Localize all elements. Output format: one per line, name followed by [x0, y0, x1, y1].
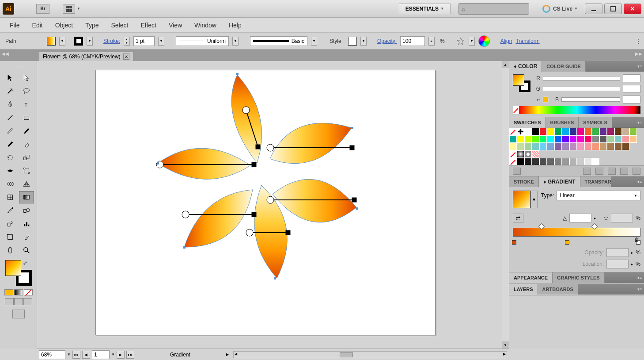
swatch[interactable] [607, 128, 614, 135]
swatch[interactable] [607, 143, 614, 150]
tab-brushes[interactable]: BRUSHES [546, 117, 579, 128]
status-tool-name[interactable]: Gradient [136, 352, 224, 358]
stroke-dropdown[interactable]: ▾ [87, 37, 93, 46]
width-tool[interactable] [3, 165, 18, 177]
swatch[interactable] [614, 143, 622, 150]
tab-stroke[interactable]: STROKE [509, 176, 539, 187]
swatch[interactable] [509, 143, 517, 150]
menu-select[interactable]: Select [105, 19, 135, 31]
swatch[interactable] [584, 128, 592, 135]
tab-artboards[interactable]: ARTBOARDS [538, 284, 578, 295]
opacity-panel-link[interactable]: Opacity: [377, 38, 397, 44]
tab-transparency[interactable]: TRANSPARENCY [580, 176, 611, 187]
tab-symbols[interactable]: SYMBOLS [579, 117, 612, 128]
scroll-right-button[interactable]: ▶ [503, 352, 506, 356]
swatch[interactable] [547, 158, 554, 165]
opacity-dropdown[interactable]: ▸ [428, 37, 435, 46]
draw-inside[interactable] [23, 298, 32, 305]
fill-color[interactable] [5, 260, 21, 276]
eyedropper-tool[interactable] [3, 204, 18, 217]
control-bar-menu[interactable]: ⋯ [635, 39, 641, 43]
bridge-button[interactable]: Br [36, 4, 49, 14]
swatch-none[interactable] [509, 158, 517, 165]
swatch[interactable] [524, 143, 532, 150]
pen-tool[interactable] [3, 98, 18, 111]
slice-tool[interactable] [19, 231, 34, 243]
swatch[interactable] [547, 135, 554, 143]
swatch[interactable] [554, 128, 562, 135]
swatch[interactable] [577, 143, 584, 150]
direct-selection-tool[interactable] [19, 72, 34, 84]
blob-brush-tool[interactable] [3, 138, 18, 150]
swatch[interactable] [554, 135, 562, 143]
r-input[interactable] [623, 74, 640, 82]
swatch[interactable] [569, 128, 577, 135]
none-swatch[interactable] [513, 106, 519, 114]
type-tool[interactable]: T [19, 98, 34, 111]
stroke-stepper[interactable]: ▴▾ [124, 37, 130, 46]
last-color-swatch[interactable] [543, 97, 548, 102]
zoom-input[interactable]: 68% [39, 350, 65, 359]
transform-panel-link[interactable]: Transform [515, 38, 539, 44]
scroll-left-button[interactable]: ◀ [235, 352, 237, 356]
swatch[interactable] [539, 158, 547, 165]
stroke-weight-dropdown[interactable]: ▾ [158, 37, 164, 46]
menu-type[interactable]: Type [79, 19, 105, 31]
swatch[interactable] [569, 158, 577, 165]
profile-dropdown-arrow[interactable]: ▾ [232, 37, 239, 46]
swatch[interactable] [554, 143, 562, 150]
delete-stop-button[interactable]: 🗑 [634, 237, 641, 244]
document-tab[interactable]: Flower* @ 68% (CMYK/Preview) ✕ [39, 52, 133, 61]
panel-menu-button[interactable]: ▾≡ [635, 284, 644, 295]
arrange-documents-button[interactable] [63, 4, 75, 14]
swatch[interactable] [584, 135, 592, 143]
menu-effect[interactable]: Effect [134, 19, 163, 31]
scroll-up-button[interactable]: ▲ [502, 61, 509, 68]
swatch[interactable] [569, 143, 577, 150]
swatch-options-button[interactable] [595, 168, 603, 175]
swatch[interactable] [554, 158, 562, 165]
symbol-sprayer-tool[interactable] [3, 218, 18, 230]
opacity-input[interactable]: 100 [400, 36, 425, 46]
swatch[interactable] [577, 128, 584, 135]
swatch[interactable] [629, 128, 637, 135]
line-tool[interactable] [3, 111, 18, 124]
swatch[interactable] [562, 135, 569, 143]
swatch[interactable] [532, 128, 539, 135]
tab-layers[interactable]: LAYERS [509, 284, 538, 295]
free-transform-tool[interactable] [19, 165, 34, 177]
horizontal-scrollbar[interactable]: ◀ ▶ [233, 351, 507, 358]
swatch[interactable] [599, 143, 607, 150]
menu-help[interactable]: Help [223, 19, 248, 31]
last-artboard-button[interactable]: ⏭ [126, 351, 134, 359]
swatch[interactable] [592, 135, 599, 143]
tab-graphic-styles[interactable]: GRAPHIC STYLES [553, 272, 605, 283]
swatch[interactable] [592, 128, 599, 135]
panel-menu-button[interactable]: ▾≡ [635, 117, 644, 128]
stroke-weight-input[interactable]: 1 pt [133, 36, 155, 46]
tab-color-guide[interactable]: COLOR GUIDE [542, 61, 586, 72]
search-input[interactable]: ⌕ [458, 3, 529, 15]
b-input[interactable] [623, 96, 640, 103]
hand-tool[interactable] [3, 244, 18, 257]
swatch[interactable] [532, 158, 539, 165]
canvas-area[interactable]: ▲ ▼ [37, 61, 509, 349]
perspective-grid-tool[interactable] [19, 178, 34, 190]
swatch[interactable] [539, 135, 547, 143]
show-kinds-button[interactable] [583, 168, 591, 175]
blend-tool[interactable] [19, 204, 34, 217]
magic-wand-tool[interactable] [3, 85, 18, 97]
artboard-number-input[interactable]: 1 [92, 350, 110, 359]
menu-view[interactable]: View [163, 19, 188, 31]
gradient-stop[interactable] [512, 240, 517, 246]
swap-fill-stroke-icon[interactable]: ⤢ [23, 260, 27, 266]
scrollbar-thumb[interactable] [340, 352, 353, 357]
recolor-dropdown-arrow[interactable]: ▾ [469, 37, 475, 46]
swatch[interactable] [584, 143, 592, 150]
swatch[interactable] [599, 135, 607, 143]
color-mode-none[interactable] [24, 289, 33, 295]
swatch[interactable] [517, 158, 524, 165]
menu-object[interactable]: Object [49, 19, 79, 31]
recolor-artwork-button[interactable] [478, 35, 490, 47]
g-input[interactable] [623, 85, 640, 93]
